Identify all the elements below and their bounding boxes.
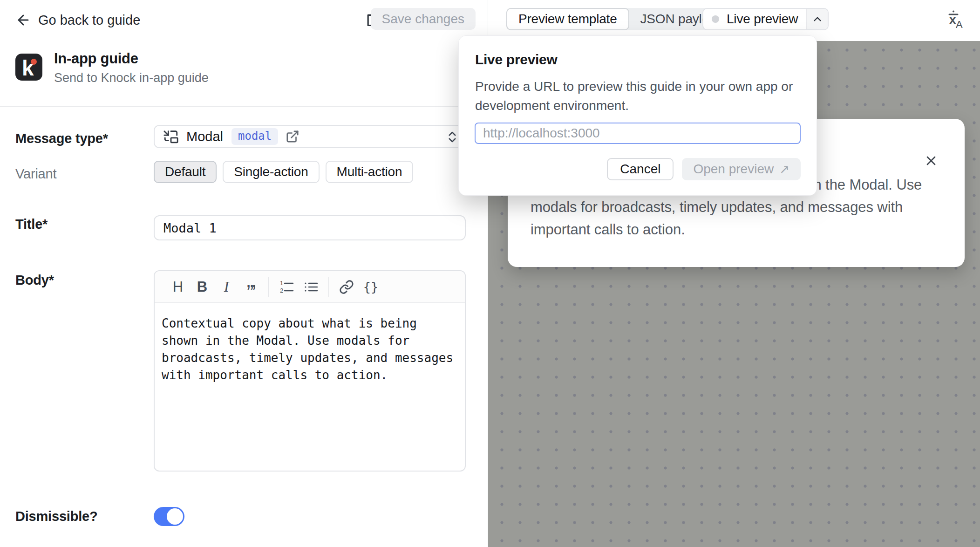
header-divider xyxy=(0,106,488,107)
body-line: with important calls to action. xyxy=(162,367,458,384)
editor-toolbar: H B I ”’ 12 {} xyxy=(155,271,465,303)
back-link[interactable]: Go back to guide xyxy=(15,12,140,28)
popover-title: Live preview xyxy=(475,52,558,68)
save-changes-button[interactable]: Save changes xyxy=(371,8,476,30)
title-label: Title* xyxy=(15,217,48,232)
bullet-list-icon[interactable] xyxy=(299,273,323,301)
body-label: Body* xyxy=(15,273,54,288)
popover-description: Provide a URL to preview this guide in y… xyxy=(475,77,801,115)
tab-preview-template[interactable]: Preview template xyxy=(506,8,629,30)
variant-label: Variant xyxy=(15,166,56,182)
arrow-up-right-icon: ↗ xyxy=(779,162,789,177)
popover-description-line: development environment. xyxy=(475,96,801,115)
svg-text:A: A xyxy=(956,19,963,30)
preview-url-input[interactable] xyxy=(475,123,801,144)
modal-type-icon xyxy=(163,129,179,144)
quote-icon[interactable]: ”’ xyxy=(238,273,263,301)
toolbar-divider xyxy=(268,277,269,297)
toolbar-divider xyxy=(328,277,329,297)
knock-logo-dot xyxy=(31,59,37,65)
heading-icon[interactable]: H xyxy=(166,273,190,301)
live-preview-popover: Live preview Provide a URL to preview th… xyxy=(458,35,817,196)
bold-icon[interactable]: B xyxy=(190,273,214,301)
open-preview-button[interactable]: Open preview ↗ xyxy=(682,158,801,180)
translate-button[interactable]: x A xyxy=(943,9,965,30)
title-input[interactable] xyxy=(154,215,466,240)
page-title: In-app guide xyxy=(54,50,138,67)
variables-icon[interactable]: {} xyxy=(359,273,383,301)
body-line: Contextual copy about what is being xyxy=(162,315,458,332)
variant-group: Default Single-action Multi-action xyxy=(154,161,413,183)
message-type-select[interactable]: Modal modal xyxy=(154,125,466,148)
external-link-icon[interactable] xyxy=(286,130,299,144)
knock-logo: k xyxy=(15,54,42,81)
popover-description-line: Provide a URL to preview this guide in y… xyxy=(475,77,801,96)
body-line: shown in the Modal. Use modals for xyxy=(162,332,458,349)
live-preview-button[interactable]: Live preview xyxy=(702,8,829,30)
open-preview-label: Open preview xyxy=(693,162,774,177)
message-type-badge: modal xyxy=(231,128,278,145)
page-subtitle: Send to Knock in-app guide xyxy=(54,71,209,85)
cancel-button[interactable]: Cancel xyxy=(607,158,674,180)
status-dot xyxy=(712,15,719,23)
translate-icon: x A xyxy=(944,9,964,30)
svg-text:x: x xyxy=(949,13,956,27)
svg-text:2: 2 xyxy=(280,287,283,294)
close-icon[interactable] xyxy=(923,152,939,169)
body-line: broadcasts, timely updates, and messages xyxy=(162,349,458,367)
popover-actions: Cancel Open preview ↗ xyxy=(607,158,801,180)
ordered-list-icon[interactable]: 12 xyxy=(274,273,299,301)
variant-multi-action-button[interactable]: Multi-action xyxy=(326,161,414,183)
variant-default-button[interactable]: Default xyxy=(154,161,217,183)
in-app-guide-editor: Go back to guide Save changes k In-app g… xyxy=(0,0,980,547)
italic-icon[interactable]: I xyxy=(214,273,238,301)
message-type-label: Message type* xyxy=(15,131,108,146)
toggle-knob xyxy=(167,508,183,525)
dismissible-label: Dismissible? xyxy=(15,509,98,524)
live-preview-collapse[interactable] xyxy=(806,9,828,29)
link-icon[interactable] xyxy=(334,273,359,301)
dismissible-toggle[interactable] xyxy=(154,507,184,526)
preview-line: important calls to action. xyxy=(531,219,950,241)
svg-text:1: 1 xyxy=(280,280,283,287)
arrow-left-icon xyxy=(15,12,31,28)
chevron-up-icon xyxy=(811,13,823,25)
editor-pane: Go back to guide Save changes k In-app g… xyxy=(0,0,488,547)
chevrons-up-down-icon xyxy=(445,130,459,144)
body-editor: H B I ”’ 12 {} Contextual copy about wha… xyxy=(154,270,466,472)
live-preview-label: Live preview xyxy=(727,12,798,27)
message-type-value: Modal xyxy=(186,129,223,144)
back-link-label: Go back to guide xyxy=(38,13,140,28)
body-editor-content[interactable]: Contextual copy about what is being show… xyxy=(155,303,465,396)
live-preview-main[interactable]: Live preview xyxy=(703,9,806,29)
preview-mode-tabs: Preview template JSON payload xyxy=(506,8,735,30)
variant-single-action-button[interactable]: Single-action xyxy=(223,161,319,183)
preview-line: modals for broadcasts, timely updates, a… xyxy=(531,196,950,219)
